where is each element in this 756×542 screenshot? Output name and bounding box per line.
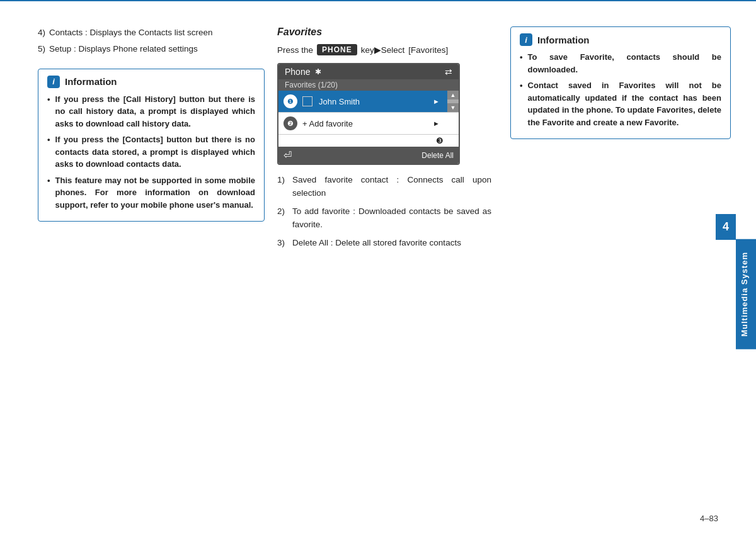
phone-header-left: Phone ✱ [285,67,321,77]
left-bullet-1-text: If you press the [Call History] but­ton … [55,93,255,130]
left-bullet-2: If you press the [Contacts] button but t… [47,133,255,171]
right-column: i Information To save Favorite, contacts… [504,26,731,255]
right-info-box: i Information To save Favorite, contacts… [510,26,731,139]
right-info-title: i Information [520,33,721,46]
phone-icon-arrows: ⇄ [445,67,452,77]
right-info-title-text: Information [537,35,590,45]
page-number: 4–83 [700,514,718,523]
chapter-number: 4 [716,214,736,240]
row-num-1: ❶ [284,94,297,108]
row-num-2: ❷ [284,116,297,130]
left-column: 4) Contacts : Displays the Contacts list… [38,26,277,255]
left-info-title-text: Information [65,76,117,87]
left-bullet-1: If you press the [Call History] but­ton … [47,93,255,130]
scroll-up-arrow[interactable]: ▲ [447,91,459,99]
left-bullet-3-text: This feature may not be supported in som… [55,174,255,212]
phone-badge: PHONE [317,44,357,55]
footer-delete-all: Delete All [421,151,454,160]
key-select-text: key▶Select [361,45,405,55]
list-num-4: 4) [38,26,45,39]
left-bullet-2-text: If you press the [Contacts] button but t… [55,133,255,171]
right-bullet-1: To save Favorite, contacts should be dow… [520,51,721,76]
mid-item-text-1: Saved favorite contact : Connects call u… [292,174,491,200]
phone-title: Phone [285,67,310,77]
mid-item-num-1: 1) [277,174,289,200]
left-numbered-list: 4) Contacts : Displays the Contacts list… [38,26,265,56]
contact-name-1: John Smith [319,97,360,106]
row-arrow-1: ► [433,98,440,105]
mid-column: Favorites Press the PHONE key▶Select [Fa… [277,26,504,255]
left-info-bullets: If you press the [Call History] but­ton … [47,93,255,212]
phone-ui: Phone ✱ ⇄ Favorites (1/20) ❶ John Smith … [277,63,460,165]
bracket-favorites: [Favorites] [408,45,448,55]
mid-item-num-3: 3) [277,237,289,250]
list-text-contacts: Contacts : Displays the Contacts list sc… [49,26,213,39]
phone-icon-star: ✱ [315,67,321,76]
contact-icon-1 [302,96,312,106]
phone-row-1: ❶ John Smith ► ▲ ▼ [278,91,459,113]
footer-back-icon: ⏎ [284,149,292,161]
right-bullet-2: Contact saved in Favorites will not be a… [520,79,721,128]
press-text: Press the [277,45,313,55]
phone-rows-wrapper: ❶ John Smith ► ▲ ▼ ❷ + Add favorite ► [278,91,459,147]
left-info-title: i Information [47,76,255,88]
phone-subheader: Favorites (1/20) [278,79,459,91]
right-info-bullets: To save Favorite, contacts should be dow… [520,51,721,128]
mid-item-num-2: 2) [277,205,289,232]
row-arrow-2: ► [433,120,440,127]
mid-list: 1) Saved favorite contact : Connects cal… [277,174,491,250]
list-item-contacts: 4) Contacts : Displays the Contacts list… [38,26,265,39]
list-num-5: 5) [38,43,45,55]
scroll-down-arrow[interactable]: ▼ [447,103,459,112]
page-content: 4) Contacts : Displays the Contacts list… [0,1,756,280]
info-icon-left: i [47,76,60,88]
right-bullet-2-text: Contact saved in Favorites will not be a… [528,79,721,128]
mid-item-text-3: Delete All : Delete all stored favorite … [292,237,461,250]
mid-list-item-3: 3) Delete All : Delete all stored favori… [277,237,491,250]
circle-3-row: ❸ [278,135,459,147]
chapter-label: Multimedia System [740,252,749,337]
info-icon-right: i [520,33,532,46]
phone-header-icons: ⇄ [445,67,452,77]
mid-list-item-1: 1) Saved favorite contact : Connects cal… [277,174,491,200]
left-bullet-3: This feature may not be supported in som… [47,174,255,212]
phone-footer: ⏎ Delete All [278,147,459,164]
right-bullet-1-text: To save Favorite, contacts should be dow… [528,51,721,76]
phone-header: Phone ✱ ⇄ [278,64,459,79]
left-info-box: i Information If you press the [Call His… [38,69,265,222]
list-item-setup: 5) Setup : Displays Phone related settin… [38,43,265,55]
add-favorite-label: + Add favorite [302,119,353,128]
mid-list-item-2: 2) To add favorite : Downloaded contacts… [277,205,491,232]
chapter-tab: Multimedia System [736,239,756,349]
scrollbar: ▲ ▼ [447,91,459,112]
favorites-title: Favorites [277,26,491,38]
press-line: Press the PHONE key▶Select [Favorites] [277,44,491,55]
circle-3: ❸ [436,136,444,145]
list-text-setup: Setup : Displays Phone related settings [49,43,198,55]
mid-item-text-2: To add favorite : Downloaded contacts be… [292,205,491,232]
phone-row-2: ❷ + Add favorite ► [278,113,459,135]
